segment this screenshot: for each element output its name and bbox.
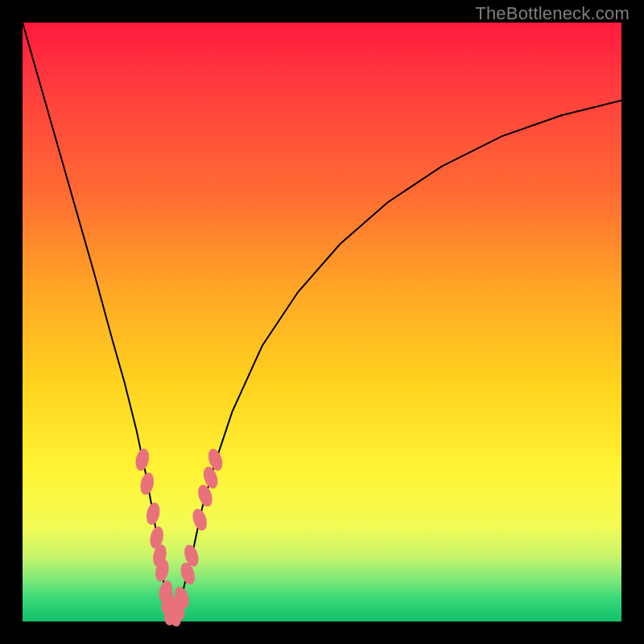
data-bead [134, 448, 151, 473]
data-bead [190, 507, 209, 533]
watermark-text: TheBottleneck.com [475, 3, 630, 24]
chart-frame: TheBottleneck.com [0, 0, 644, 644]
data-bead [138, 472, 155, 497]
data-bead [144, 502, 161, 526]
bottleneck-curve [23, 23, 621, 621]
beads-group [134, 447, 225, 628]
bottleneck-curve-svg [23, 23, 621, 621]
chart-plot-area [23, 23, 621, 621]
